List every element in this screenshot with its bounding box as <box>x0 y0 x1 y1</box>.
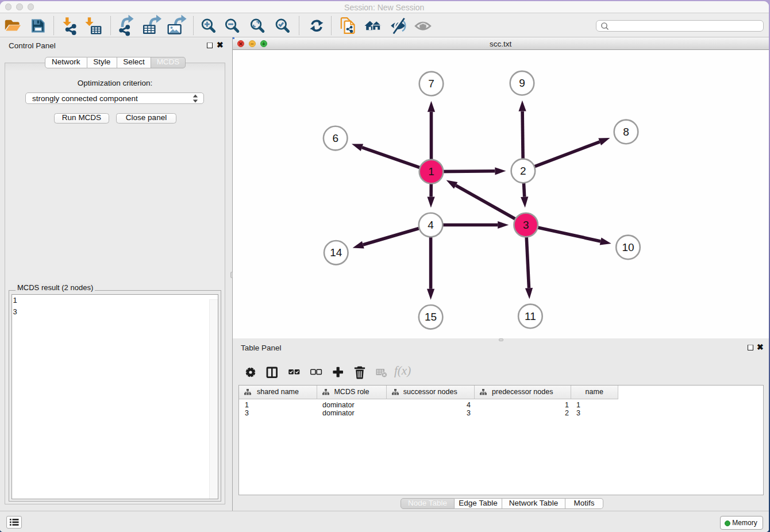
svg-text:14: 14 <box>330 246 342 259</box>
svg-text:9: 9 <box>519 77 525 89</box>
svg-text:15: 15 <box>425 311 437 323</box>
svg-text:4: 4 <box>428 219 434 231</box>
svg-text:7: 7 <box>428 78 434 90</box>
svg-text:2: 2 <box>520 164 526 176</box>
svg-text:1: 1 <box>428 165 434 178</box>
svg-text:10: 10 <box>622 241 634 253</box>
svg-text:3: 3 <box>523 219 529 231</box>
svg-text:8: 8 <box>623 125 629 137</box>
svg-text:6: 6 <box>332 132 338 144</box>
svg-text:11: 11 <box>525 310 536 322</box>
